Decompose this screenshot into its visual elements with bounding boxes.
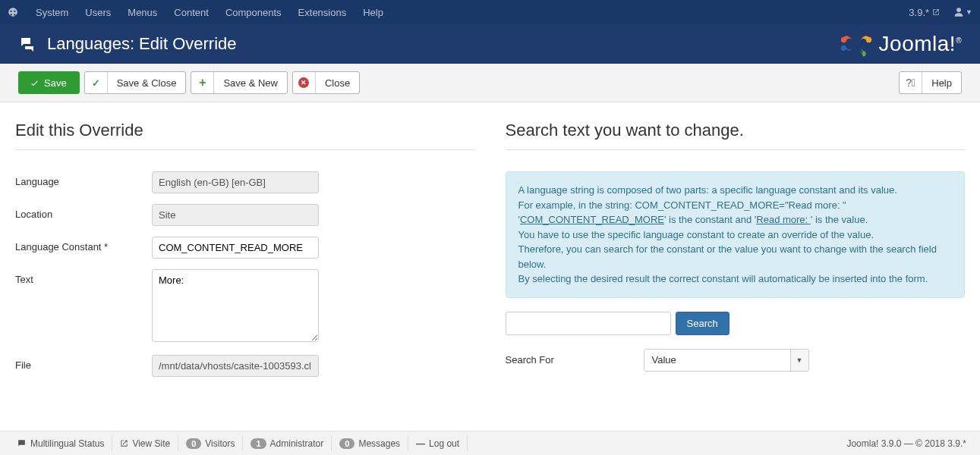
external-link-icon	[932, 8, 940, 16]
right-column: Search text you want to change. A langua…	[506, 121, 966, 388]
menu-components[interactable]: Components	[217, 7, 290, 18]
chevron-down-icon: ▼	[790, 350, 808, 371]
file-field	[152, 355, 319, 377]
search-button[interactable]: Search	[676, 312, 729, 335]
menu-help[interactable]: Help	[355, 7, 392, 18]
help-label: Help	[922, 77, 961, 89]
constant-field[interactable]	[152, 237, 319, 259]
search-for-label: Search For	[506, 354, 644, 366]
save-new-label: Save & New	[214, 77, 287, 89]
help-icon: ?⃝	[900, 72, 922, 93]
menu-menus[interactable]: Menus	[119, 7, 165, 18]
save-label: Save	[39, 77, 79, 89]
alert-line: Therefore, you can search for the consta…	[518, 242, 953, 271]
right-heading: Search text you want to change.	[506, 121, 966, 140]
menu-extensions[interactable]: Extensions	[290, 7, 355, 18]
language-label: Language	[15, 171, 152, 187]
check-icon: ✓	[85, 72, 108, 93]
constant-label: Language Constant *	[15, 237, 152, 253]
version-text: 3.9.*	[909, 7, 929, 18]
main-content: Edit this Override Language Location Lan…	[0, 102, 980, 418]
save-button[interactable]: Save	[18, 71, 80, 94]
alert-line: 'COM_CONTENT_READ_MORE' is the constant …	[518, 212, 953, 228]
alert-line: For example, in the string: COM_CONTENT_…	[518, 198, 953, 213]
close-icon: ✕	[293, 72, 316, 93]
close-button[interactable]: ✕ Close	[292, 71, 360, 94]
user-menu[interactable]: ▼	[953, 7, 972, 17]
top-nav: System Users Menus Content Components Ex…	[0, 0, 980, 24]
search-for-value: Value	[644, 350, 790, 371]
left-column: Edit this Override Language Location Lan…	[15, 121, 475, 388]
plus-icon: +	[191, 72, 214, 93]
menu-users[interactable]: Users	[77, 7, 119, 18]
menu-content[interactable]: Content	[165, 7, 217, 18]
chevron-down-icon: ▼	[966, 8, 972, 16]
text-label: Text	[15, 269, 152, 285]
info-alert: A language string is composed of two par…	[506, 171, 966, 298]
location-field	[152, 204, 319, 226]
location-label: Location	[15, 204, 152, 220]
save-close-label: Save & Close	[108, 77, 186, 89]
save-new-button[interactable]: + Save & New	[191, 71, 288, 94]
joomla-logo-icon	[840, 27, 873, 61]
alert-line: By selecting the desired result the corr…	[518, 271, 953, 287]
joomla-logo: Joomla!®	[840, 27, 962, 61]
text-field[interactable]: More:	[152, 269, 319, 342]
close-label: Close	[316, 77, 359, 89]
file-label: File	[15, 355, 152, 371]
user-icon	[953, 7, 964, 17]
toolbar: Save ✓ Save & Close + Save & New ✕ Close…	[0, 64, 980, 102]
joomla-icon[interactable]	[8, 7, 18, 17]
alert-line: A language string is composed of two par…	[518, 183, 953, 198]
search-for-select[interactable]: Value ▼	[644, 349, 809, 372]
help-button[interactable]: ?⃝ Help	[899, 71, 962, 94]
menu-system[interactable]: System	[27, 7, 77, 18]
save-close-button[interactable]: ✓ Save & Close	[84, 71, 187, 94]
alert-line: You have to use the specific language co…	[518, 228, 953, 243]
top-menu: System Users Menus Content Components Ex…	[27, 7, 392, 18]
apply-icon	[19, 72, 39, 93]
left-heading: Edit this Override	[15, 121, 475, 140]
version-link[interactable]: 3.9.*	[909, 7, 940, 18]
language-field	[152, 171, 319, 193]
search-input[interactable]	[506, 312, 671, 335]
header-bar: Languages: Edit Override Joomla!®	[0, 24, 980, 64]
page-icon	[18, 35, 36, 53]
joomla-logo-text: Joomla!®	[879, 32, 962, 56]
page-title: Languages: Edit Override	[47, 34, 840, 54]
